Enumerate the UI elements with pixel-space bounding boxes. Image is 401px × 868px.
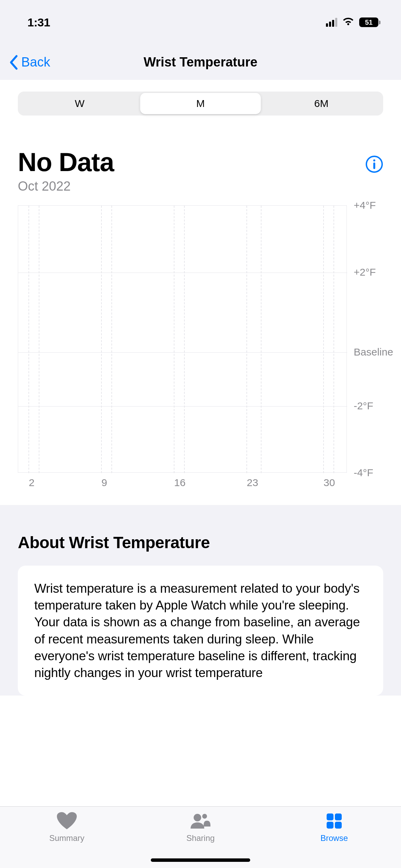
- main-content: W M 6M No Data Oct 2022: [0, 80, 401, 868]
- svg-rect-7: [327, 822, 333, 829]
- wifi-icon: [342, 17, 354, 28]
- y-tick-label: +2°F: [354, 266, 376, 278]
- status-indicators: 51: [326, 17, 380, 28]
- grid-icon: [323, 811, 345, 831]
- y-tick-label: -4°F: [354, 467, 373, 479]
- x-tick-label: 23: [247, 477, 258, 489]
- x-tick-label: 30: [324, 477, 335, 489]
- status-bar: 1:31 51: [0, 0, 401, 45]
- info-icon: [365, 155, 383, 173]
- x-tick-label: 2: [29, 477, 35, 489]
- status-time: 1:31: [27, 16, 50, 29]
- about-card: Wrist temperature is a measurement relat…: [18, 566, 383, 696]
- svg-point-4: [202, 814, 207, 819]
- about-body-text: Wrist temperature is a measurement relat…: [34, 580, 367, 681]
- back-button[interactable]: Back: [8, 55, 50, 70]
- svg-rect-8: [335, 822, 342, 829]
- segment-month[interactable]: M: [140, 93, 261, 114]
- tab-label: Summary: [49, 833, 85, 843]
- about-section: About Wrist Temperature Wrist temperatur…: [0, 505, 401, 696]
- info-button[interactable]: [365, 155, 383, 173]
- tab-label: Browse: [320, 833, 348, 843]
- svg-rect-5: [327, 813, 333, 820]
- nav-header: Back Wrist Temperature: [0, 45, 401, 80]
- tab-label: Sharing: [186, 833, 215, 843]
- tab-summary[interactable]: Summary: [0, 807, 134, 868]
- svg-rect-6: [335, 813, 342, 820]
- segment-week[interactable]: W: [19, 93, 140, 114]
- back-label: Back: [21, 55, 50, 70]
- x-tick-label: 16: [174, 477, 185, 489]
- segment-six-month[interactable]: 6M: [261, 93, 382, 114]
- people-icon: [189, 811, 212, 831]
- page-title: Wrist Temperature: [0, 55, 401, 70]
- x-tick-label: 9: [101, 477, 107, 489]
- tab-browse[interactable]: Browse: [267, 807, 401, 868]
- heart-icon: [56, 811, 78, 831]
- battery-icon: 51: [359, 17, 380, 27]
- headline-period: Oct 2022: [18, 179, 114, 194]
- y-tick-label: Baseline: [354, 346, 393, 358]
- headline: No Data Oct 2022: [18, 147, 383, 194]
- y-tick-label: +4°F: [354, 200, 376, 211]
- y-tick-label: -2°F: [354, 400, 373, 412]
- home-indicator[interactable]: [151, 858, 250, 862]
- cellular-icon: [326, 18, 337, 27]
- chevron-left-icon: [8, 55, 19, 70]
- time-range-segmented: W M 6M: [18, 92, 383, 116]
- svg-point-1: [373, 159, 375, 161]
- wrist-temperature-chart[interactable]: +4°F +2°F Baseline -2°F -4°F 2 9 16 23 3…: [18, 205, 401, 491]
- about-title: About Wrist Temperature: [18, 533, 383, 552]
- svg-rect-2: [373, 162, 375, 169]
- headline-value: No Data: [18, 147, 114, 177]
- svg-point-3: [194, 814, 201, 821]
